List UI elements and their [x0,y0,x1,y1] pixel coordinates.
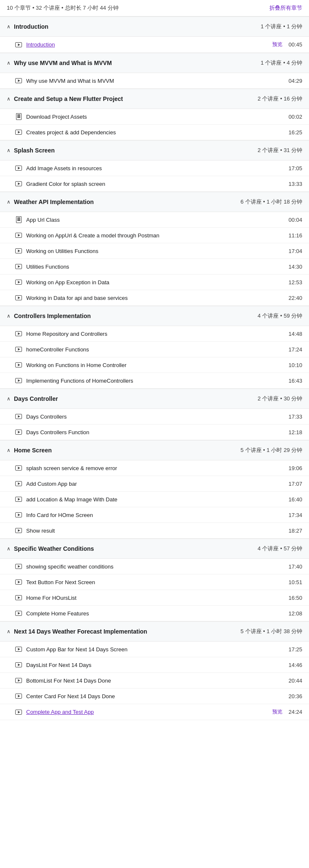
lesson-duration: 17:40 [287,563,302,570]
section-intro: ∧ Introduction 1 个讲座 • 1 分钟 Introduction… [0,16,309,53]
lesson-left: Why use MVVM and What is MVVM [15,77,287,84]
doc-icon [15,113,22,120]
lesson-title: splash screen service & remove error [26,465,117,471]
video-icon [15,346,22,353]
preview-badge[interactable]: 预览 [272,708,282,716]
video-icon [15,709,22,716]
section-header-next14days[interactable]: ∧ Next 14 Days Weather Forecast Implemen… [0,621,309,642]
section-header-home-screen[interactable]: ∧ Home Screen 5 个讲座 • 1 小时 29 分钟 [0,440,309,460]
lesson-right: 预览 00:45 [272,41,302,48]
section-meta: 2 个讲座 • 16 分钟 [258,95,302,103]
section-header-specific-weather[interactable]: ∧ Specific Weather Conditions 4 个讲座 • 57… [0,539,309,559]
chevron-icon: ∧ [7,147,11,153]
lesson-duration: 17:34 [287,512,302,518]
lesson-left: Working on AppUrl & Create a model throu… [15,232,287,239]
lesson-row: DaysList For Next 14 Days 14:46 [0,657,309,673]
lesson-right: 11:16 [287,232,302,239]
section-title: Next 14 Days Weather Forecast Implementa… [14,628,147,635]
section-controllers: ∧ Controllers Implementation 4 个讲座 • 59 … [0,306,309,389]
lesson-left: Working on Utilities Functions [15,248,287,254]
video-icon [15,129,22,136]
lesson-left: Introduction [15,41,272,48]
video-icon [15,232,22,239]
lesson-row: Custom App Bar for Next 14 Days Screen 1… [0,642,309,657]
lesson-left: homeController Functions [15,346,287,353]
lesson-right: 10:51 [287,579,302,585]
section-header-left: ∧ Splash Screen [7,147,55,154]
section-title: Splash Screen [14,147,55,154]
lesson-row: Days Controllers Function 12:18 [0,424,309,440]
lesson-title: Utilities Functions [26,264,69,270]
section-header-left: ∧ Introduction [7,23,49,30]
lesson-duration: 10:51 [287,579,302,585]
lesson-row: Complete Home Features 12:08 [0,606,309,621]
section-meta: 2 个讲座 • 31 分钟 [258,147,302,154]
lesson-duration: 17:04 [287,248,302,254]
section-title: Create and Setup a New Flutter Project [14,95,123,102]
section-header-weather-api[interactable]: ∧ Weather API Implementation 6 个讲座 • 1 小… [0,192,309,212]
lesson-left: Download Project Assets [15,113,287,120]
top-bar: 10 个章节 • 32 个讲座 • 总时长 7 小时 44 分钟 折叠所有章节 [0,0,309,16]
lesson-title: Info Card for HOme Screen [26,512,93,518]
lesson-duration: 16:50 [287,595,302,601]
lesson-title: showing specific weather conditions [26,563,114,570]
lesson-duration: 17:33 [287,414,302,420]
video-icon [15,413,22,420]
lesson-right: 00:02 [287,114,302,120]
collapse-all-button[interactable]: 折叠所有章节 [269,4,302,12]
lesson-row: Add Custom App bar 17:07 [0,476,309,492]
video-icon [15,661,22,668]
lesson-duration: 00:45 [287,41,302,48]
section-header-intro[interactable]: ∧ Introduction 1 个讲座 • 1 分钟 [0,16,309,37]
preview-badge[interactable]: 预览 [272,41,282,48]
lesson-left: Implementing Functions of HomeController… [15,377,287,384]
section-days-controller: ∧ Days Controller 2 个讲座 • 30 分钟 Days Con… [0,389,309,440]
video-icon [15,646,22,653]
lesson-right: 00:04 [287,217,302,223]
lesson-row: Utilities Functions 14:30 [0,259,309,275]
sections-container: ∧ Introduction 1 个讲座 • 1 分钟 Introduction… [0,16,309,720]
section-header-left: ∧ Next 14 Days Weather Forecast Implemen… [7,628,147,635]
section-header-left: ∧ Days Controller [7,395,58,402]
lesson-right: 16:25 [287,129,302,136]
lesson-right: 13:33 [287,181,302,187]
section-header-left: ∧ Home Screen [7,447,52,454]
lesson-title-link[interactable]: Complete App and Test App [26,709,94,715]
section-header-setup[interactable]: ∧ Create and Setup a New Flutter Project… [0,89,309,109]
section-header-days-controller[interactable]: ∧ Days Controller 2 个讲座 • 30 分钟 [0,389,309,409]
video-icon [15,180,22,187]
lesson-duration: 14:30 [287,264,302,270]
video-icon [15,429,22,435]
lesson-duration: 17:24 [287,346,302,353]
lesson-left: Info Card for HOme Screen [15,512,287,518]
lesson-duration: 17:07 [287,481,302,487]
lesson-left: Working on Functions in Home Controller [15,362,287,368]
chevron-icon: ∧ [7,199,11,205]
lesson-right: 17:25 [287,646,302,653]
lesson-title: Working on Utilities Functions [26,248,98,254]
lesson-row: Working on Functions in Home Controller … [0,357,309,373]
lesson-row: homeController Functions 17:24 [0,342,309,357]
lesson-title: Custom App Bar for Next 14 Days Screen [26,646,127,653]
chevron-icon: ∧ [7,313,11,319]
section-meta: 1 个讲座 • 4 分钟 [261,59,302,67]
section-header-mvvm[interactable]: ∧ Why use MVVM and What is MVVM 1 个讲座 • … [0,53,309,73]
section-next14days: ∧ Next 14 Days Weather Forecast Implemen… [0,621,309,720]
section-title: Introduction [14,23,49,30]
lesson-title: Days Controllers [26,414,67,420]
lesson-left: Home Repository and Controllers [15,330,287,337]
section-header-splash[interactable]: ∧ Splash Screen 2 个讲座 • 31 分钟 [0,140,309,161]
section-header-left: ∧ Create and Setup a New Flutter Project [7,95,123,102]
section-header-controllers[interactable]: ∧ Controllers Implementation 4 个讲座 • 59 … [0,306,309,326]
section-header-left: ∧ Weather API Implementation [7,199,94,205]
lesson-duration: 14:48 [287,331,302,337]
lesson-left: Center Card For Next 14 Days Done [15,693,287,699]
lesson-duration: 16:43 [287,378,302,384]
video-icon [15,563,22,570]
section-mvvm: ∧ Why use MVVM and What is MVVM 1 个讲座 • … [0,53,309,89]
video-icon [15,527,22,534]
video-icon [15,496,22,503]
lesson-title: Add Custom App bar [26,481,77,487]
lesson-title: Download Project Assets [26,114,87,120]
lesson-title-link[interactable]: Introduction [26,41,55,48]
